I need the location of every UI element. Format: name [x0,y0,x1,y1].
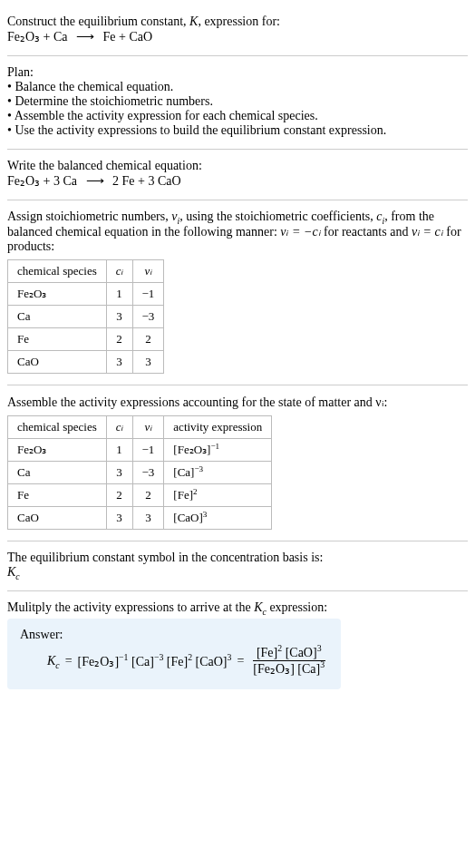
cell-ci: 2 [106,484,132,507]
term-exp: 2 [188,652,192,662]
balanced-section: Write the balanced chemical equation: Fe… [7,150,468,200]
cell-ci: 3 [106,507,132,530]
plan-item: Use the activity expressions to build th… [7,123,468,138]
cell-activity: [Fe₂O₃]−1 [164,439,272,462]
kc-k: K [47,654,55,668]
plan-item: Balance the chemical equation. [7,80,468,94]
plan-item: Assemble the activity expression for eac… [7,109,468,123]
activity-exp: −1 [210,442,219,451]
term-exp: −1 [119,652,128,662]
kc-lhs: Kc [47,654,60,668]
cell-ci: 3 [106,462,132,484]
equation-rhs: Fe + CaO [103,30,153,44]
activity-base: [Fe₂O₃] [173,443,210,456]
intro-section: Construct the equilibrium constant, K, e… [7,5,468,56]
col-ci: cᵢ [106,416,132,439]
activity-base: [CaO] [173,511,203,524]
c-symbol: ci [376,210,384,223]
arrow-icon: ⟶ [86,174,104,188]
table-row: Fe 2 2 [Fe]2 [8,484,272,507]
stoich-section: Assign stoichiometric numbers, νi, using… [7,200,468,385]
cell-nui: 2 [132,328,164,351]
term-base: [Fe] [257,646,277,659]
cell-species: Fe₂O₃ [8,283,107,306]
stoich-text: for reactants and [321,225,412,239]
final-heading: Mulitply the activity expressions to arr… [7,600,468,615]
cell-nui: −3 [132,306,164,328]
col-nui: νᵢ [132,416,164,439]
relation-reactants: νᵢ = −cᵢ [280,225,320,239]
table-row: Ca 3 −3 [Ca]−3 [8,462,272,484]
table-header-row: chemical species cᵢ νᵢ activity expressi… [8,416,272,439]
cell-species: Ca [8,306,107,328]
table-row: Fe₂O₃ 1 −1 [8,283,164,306]
cell-species: CaO [8,507,107,530]
activity-base: [Ca] [173,465,194,479]
activity-heading: Assemble the activity expressions accoun… [7,395,468,410]
plan-section: Plan: Balance the chemical equation. Det… [7,56,468,150]
balanced-rhs: 2 Fe + 3 CaO [112,174,181,188]
term-base: [CaO] [286,646,317,659]
kc-k: K [254,600,262,614]
fraction: [Fe]2 [CaO]3 [Fe₂O₃] [Ca]3 [249,646,328,677]
intro-prompt-post: , expression for: [198,15,280,28]
balanced-lhs: Fe₂O₃ + 3 Ca [7,174,77,188]
cell-nui: −3 [132,462,164,484]
term-base: [Fe₂O₃] [253,662,294,676]
cell-ci: 1 [106,439,132,462]
product-terms: [Fe₂O₃]−1 [Ca]−3 [Fe]2 [CaO]3 [78,654,232,669]
intro-prompt-pre: Construct the equilibrium constant, [7,15,189,28]
cell-nui: 2 [132,484,164,507]
balanced-equation: Fe₂O₃ + 3 Ca ⟶ 2 Fe + 3 CaO [7,173,468,189]
plan-item: Determine the stoichiometric numbers. [7,94,468,109]
col-species: chemical species [8,260,107,283]
cell-activity: [Fe]2 [164,484,272,507]
stoich-text: Assign stoichiometric numbers, [7,210,171,223]
cell-nui: −1 [132,439,164,462]
term-base: [Fe₂O₃] [78,655,119,668]
answer-box: Answer: Kc = [Fe₂O₃]−1 [Ca]−3 [Fe]2 [CaO… [7,619,341,689]
kc-sub: c [55,660,59,670]
intro-equation: Fe₂O₃ + Ca ⟶ Fe + CaO [7,29,468,44]
table-row: Ca 3 −3 [8,306,164,328]
table-row: CaO 3 3 [8,351,164,374]
term-exp: 2 [277,643,282,653]
cell-nui: −1 [132,283,164,306]
cell-species: Ca [8,462,107,484]
equals-sign: = [65,654,73,668]
kc-k: K [7,565,15,579]
nu-symbol: νi [171,210,179,223]
activity-exp: 2 [193,487,198,496]
answer-label: Answer: [20,628,328,642]
table-header-row: chemical species cᵢ νᵢ [8,260,164,283]
kc-symbol: Kc [7,565,468,580]
relation-products: νᵢ = cᵢ [412,225,443,239]
denominator: [Fe₂O₃] [Ca]3 [249,661,328,677]
kc-symbol-section: The equilibrium constant symbol in the c… [7,541,468,591]
numerator: [Fe]2 [CaO]3 [253,646,325,661]
final-heading-pre: Mulitply the activity expressions to arr… [7,600,254,614]
term-exp: 3 [317,643,322,653]
cell-ci: 2 [106,328,132,351]
stoich-table: chemical species cᵢ νᵢ Fe₂O₃ 1 −1 Ca 3 −… [7,259,164,374]
term-exp: 3 [228,652,232,662]
equation-lhs: Fe₂O₃ + Ca [7,30,68,44]
activity-table: chemical species cᵢ νᵢ activity expressi… [7,415,272,530]
arrow-icon: ⟶ [76,30,94,44]
final-section: Mulitply the activity expressions to arr… [7,591,468,700]
cell-nui: 3 [132,507,164,530]
cell-ci: 1 [106,283,132,306]
kc-expression: Kc = [Fe₂O₃]−1 [Ca]−3 [Fe]2 [CaO]3 = [Fe… [20,646,328,677]
col-ci: cᵢ [106,260,132,283]
balanced-heading: Write the balanced chemical equation: [7,159,468,173]
cell-species: Fe [8,484,107,507]
term-exp: 3 [320,659,325,669]
plan-list: Balance the chemical equation. Determine… [7,80,468,138]
col-activity: activity expression [164,416,272,439]
col-nui: νᵢ [132,260,164,283]
cell-nui: 3 [132,351,164,374]
cell-ci: 3 [106,351,132,374]
final-heading-post: expression: [267,600,327,614]
cell-species: CaO [8,351,107,374]
kc-sub: c [15,571,19,581]
